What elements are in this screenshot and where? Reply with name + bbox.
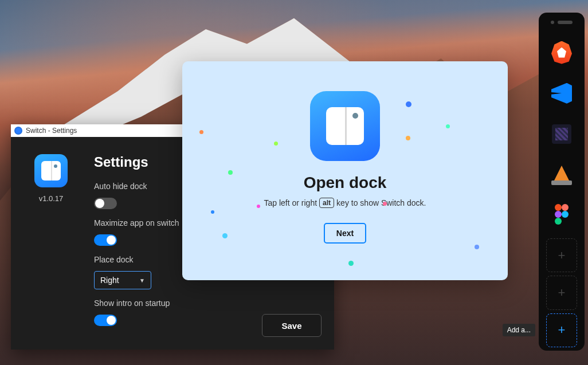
plus-icon: + bbox=[558, 248, 566, 263]
dock-empty-slot[interactable]: + bbox=[546, 276, 577, 309]
switch-dock: + + + Add a... bbox=[539, 13, 585, 351]
dock-handle[interactable] bbox=[551, 21, 573, 24]
dock-empty-slot-active[interactable]: + Add a... bbox=[546, 313, 577, 347]
confetti-dot bbox=[211, 210, 214, 214]
figma-icon bbox=[555, 204, 569, 227]
dock-empty-slot[interactable]: + bbox=[546, 238, 577, 272]
intro-modal: Open dock Tap left or right alt key to s… bbox=[182, 61, 508, 280]
confetti-dot bbox=[274, 142, 278, 146]
alt-key-badge: alt bbox=[319, 198, 334, 208]
version-label: v1.0.17 bbox=[39, 194, 64, 203]
confetti-dot bbox=[406, 136, 410, 140]
vlc-icon bbox=[552, 166, 571, 184]
chevron-down-icon: ▼ bbox=[139, 277, 145, 284]
confetti-dot bbox=[348, 261, 354, 266]
confetti-dot bbox=[228, 170, 233, 175]
add-app-tooltip: Add a... bbox=[503, 324, 535, 336]
confetti-dot bbox=[446, 124, 450, 128]
confetti-dot bbox=[406, 101, 411, 107]
switch-app-icon bbox=[34, 154, 68, 187]
intro-subtitle: Tap left or right alt key to show Switch… bbox=[264, 198, 426, 208]
dock-item-brave[interactable] bbox=[543, 34, 580, 70]
plus-icon: + bbox=[558, 323, 566, 337]
dock-item-figma[interactable] bbox=[543, 198, 580, 234]
brave-icon bbox=[551, 41, 572, 64]
auto-hide-toggle[interactable] bbox=[94, 198, 117, 209]
vscode-icon bbox=[551, 83, 572, 104]
intro-title: Open dock bbox=[304, 174, 387, 192]
place-dock-select[interactable]: Right ▼ bbox=[94, 271, 151, 289]
minecraft-icon bbox=[552, 124, 571, 144]
maximize-toggle[interactable] bbox=[94, 234, 117, 246]
place-dock-value: Right bbox=[100, 276, 119, 285]
dock-item-vlc[interactable] bbox=[543, 157, 580, 193]
confetti-dot bbox=[475, 245, 479, 249]
confetti-dot bbox=[222, 233, 228, 238]
confetti-dot bbox=[383, 202, 387, 206]
dock-item-minecraft[interactable] bbox=[543, 116, 580, 152]
switch-intro-icon bbox=[310, 91, 380, 161]
show-intro-label: Show intro on startup bbox=[94, 299, 317, 308]
app-titlebar-icon bbox=[14, 127, 22, 135]
save-button[interactable]: Save bbox=[262, 314, 322, 337]
confetti-dot bbox=[257, 205, 260, 208]
next-button[interactable]: Next bbox=[324, 223, 366, 244]
confetti-dot bbox=[199, 130, 203, 134]
plus-icon: + bbox=[558, 285, 566, 300]
show-intro-toggle[interactable] bbox=[94, 315, 117, 326]
dock-item-vscode[interactable] bbox=[543, 75, 580, 111]
window-title: Switch - Settings bbox=[26, 127, 77, 135]
